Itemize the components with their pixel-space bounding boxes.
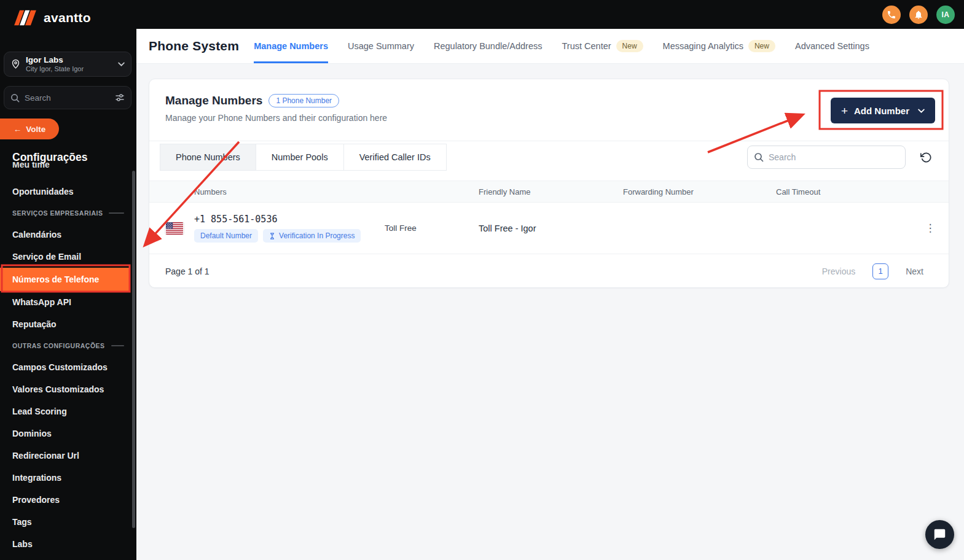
us-flag-icon bbox=[165, 222, 184, 235]
sidebar-nav: Meu time Oportunidades SERVIÇOS EMPRESAR… bbox=[0, 162, 136, 555]
table-search bbox=[747, 146, 906, 169]
tab-label: Messaging Analytics bbox=[663, 41, 743, 51]
card-header: Manage Numbers 1 Phone Number Manage you… bbox=[165, 94, 387, 123]
location-subtitle: City Igor, State Igor bbox=[26, 65, 113, 73]
page-number-button[interactable]: 1 bbox=[872, 263, 888, 279]
manage-numbers-card: Manage Numbers 1 Phone Number Manage you… bbox=[149, 79, 949, 288]
sidebar: avantto Igor Labs City Igor, State Igor … bbox=[0, 0, 136, 560]
sidebar-scrollbar[interactable] bbox=[132, 171, 135, 528]
brand-logo: avantto bbox=[12, 10, 91, 26]
new-badge: New bbox=[748, 40, 775, 52]
brand-name: avantto bbox=[44, 10, 91, 25]
avantto-logo-icon bbox=[12, 10, 38, 26]
sidebar-item-lead-scoring[interactable]: Lead Scoring bbox=[0, 400, 136, 422]
sidebar-item-numeros-de-telefone[interactable]: Números de Telefone bbox=[0, 268, 130, 291]
location-name: Igor Labs bbox=[26, 55, 113, 65]
divider bbox=[149, 141, 949, 141]
search-icon bbox=[10, 93, 20, 103]
sidebar-item-servico-de-email[interactable]: Serviço de Email bbox=[0, 246, 136, 268]
tab-number-pools[interactable]: Number Pools bbox=[256, 144, 344, 171]
phone-icon bbox=[887, 10, 896, 20]
filter-icon[interactable] bbox=[115, 93, 125, 103]
map-pin-icon bbox=[10, 59, 21, 69]
sidebar-item-reputacao[interactable]: Reputação bbox=[0, 313, 136, 335]
friendly-name: Toll Free - Igor bbox=[479, 224, 623, 233]
sidebar-section-outras-configuracoes: OUTRAS CONFIGURAÇÕES bbox=[0, 335, 136, 356]
tab-label: Regulatory Bundle/Address bbox=[434, 41, 543, 51]
avatar[interactable]: IA bbox=[936, 6, 955, 24]
topbar: IA bbox=[0, 0, 964, 29]
new-badge: New bbox=[616, 40, 643, 52]
page-summary: Page 1 of 1 bbox=[165, 266, 210, 276]
sidebar-search-input[interactable] bbox=[25, 93, 110, 103]
phone-system-tabs: Manage Numbers Usage Summary Regulatory … bbox=[254, 29, 869, 63]
tab-label: Trust Center bbox=[562, 41, 611, 51]
kebab-menu-icon[interactable]: ⋮ bbox=[912, 223, 949, 233]
sidebar-item-redirecionar-url[interactable]: Redirecionar Url bbox=[0, 445, 136, 467]
column-friendly-name: Friendly Name bbox=[479, 187, 623, 196]
next-button[interactable]: Next bbox=[906, 266, 923, 276]
sidebar-item-label: Meu time bbox=[12, 162, 124, 176]
sidebar-item-oportunidades[interactable]: Oportunidades bbox=[0, 181, 136, 203]
number-tabs: Phone Numbers Number Pools Verified Call… bbox=[160, 144, 447, 171]
sidebar-search bbox=[4, 86, 131, 109]
sidebar-item-provedores[interactable]: Provedores bbox=[0, 489, 136, 511]
previous-button[interactable]: Previous bbox=[822, 266, 855, 276]
sidebar-item-integrations[interactable]: Integrations bbox=[0, 467, 136, 489]
tab-messaging-analytics[interactable]: Messaging AnalyticsNew bbox=[663, 29, 775, 63]
search-icon bbox=[754, 152, 764, 162]
card-title: Manage Numbers bbox=[165, 94, 262, 107]
column-numbers: Numbers bbox=[194, 187, 385, 196]
verification-badge-label: Verification In Progress bbox=[279, 231, 355, 240]
sidebar-item-labs[interactable]: Labs bbox=[0, 533, 136, 555]
tab-advanced-settings[interactable]: Advanced Settings bbox=[795, 29, 869, 63]
phone-button[interactable] bbox=[882, 6, 901, 24]
tab-verified-caller-ids[interactable]: Verified Caller IDs bbox=[343, 144, 447, 171]
hourglass-icon bbox=[269, 232, 275, 240]
plus-icon: + bbox=[841, 105, 848, 117]
column-forwarding-number: Forwarding Number bbox=[623, 187, 776, 196]
sidebar-item-clipped[interactable]: Meu time bbox=[0, 162, 136, 181]
table-header: Numbers Friendly Name Forwarding Number … bbox=[149, 181, 949, 203]
chevron-down-icon bbox=[918, 109, 925, 113]
tab-usage-summary[interactable]: Usage Summary bbox=[348, 29, 414, 63]
notifications-button[interactable] bbox=[909, 6, 928, 24]
sidebar-section-servicos-empresariais: SERVIÇOS EMPRESARIAIS bbox=[0, 203, 136, 224]
tab-label: Manage Numbers bbox=[254, 41, 328, 51]
section-label: SERVIÇOS EMPRESARIAIS bbox=[12, 209, 103, 217]
back-button[interactable]: ← Volte bbox=[0, 119, 59, 139]
chevron-down-icon bbox=[118, 62, 125, 66]
page-title: Phone System bbox=[149, 39, 239, 53]
phone-count-badge: 1 Phone Number bbox=[268, 94, 339, 107]
sidebar-item-tags[interactable]: Tags bbox=[0, 511, 136, 533]
sidebar-item-campos-customizados[interactable]: Campos Customizados bbox=[0, 356, 136, 378]
sidebar-item-calendarios[interactable]: Calendários bbox=[0, 224, 136, 246]
table-search-input[interactable] bbox=[748, 146, 905, 168]
tab-label: Usage Summary bbox=[348, 41, 414, 51]
tab-trust-center[interactable]: Trust CenterNew bbox=[562, 29, 643, 63]
table-row: +1 855-561-0536 Default Number Verificat… bbox=[149, 203, 949, 254]
main-content: Manage Numbers 1 Phone Number Manage you… bbox=[136, 64, 964, 560]
pagination: Page 1 of 1 Previous 1 Next bbox=[149, 254, 949, 288]
back-arrow-icon: ← bbox=[14, 125, 22, 134]
add-number-button[interactable]: + Add Number bbox=[831, 98, 935, 123]
tab-regulatory-bundle-address[interactable]: Regulatory Bundle/Address bbox=[434, 29, 543, 63]
section-label: OUTRAS CONFIGURAÇÕES bbox=[12, 342, 105, 349]
refresh-icon bbox=[920, 152, 932, 163]
tab-phone-numbers[interactable]: Phone Numbers bbox=[160, 144, 256, 171]
chat-widget-button[interactable] bbox=[925, 520, 954, 549]
bell-icon bbox=[914, 10, 923, 20]
default-number-badge: Default Number bbox=[194, 229, 258, 243]
back-label: Volte bbox=[26, 125, 45, 134]
toolbar: Phone Numbers Number Pools Verified Call… bbox=[160, 144, 936, 171]
add-number-label: Add Number bbox=[854, 106, 909, 116]
phone-number: +1 855-561-0536 bbox=[194, 214, 385, 225]
refresh-button[interactable] bbox=[915, 147, 936, 168]
chat-icon bbox=[933, 528, 946, 541]
sidebar-item-whatsapp-api[interactable]: WhatsApp API bbox=[0, 291, 136, 313]
sidebar-item-dominios[interactable]: Dominios bbox=[0, 422, 136, 445]
tab-manage-numbers[interactable]: Manage Numbers bbox=[254, 29, 328, 63]
sidebar-item-valores-customizados[interactable]: Valores Customizados bbox=[0, 378, 136, 400]
verification-badge: Verification In Progress bbox=[263, 229, 361, 243]
location-selector[interactable]: Igor Labs City Igor, State Igor bbox=[4, 52, 131, 77]
